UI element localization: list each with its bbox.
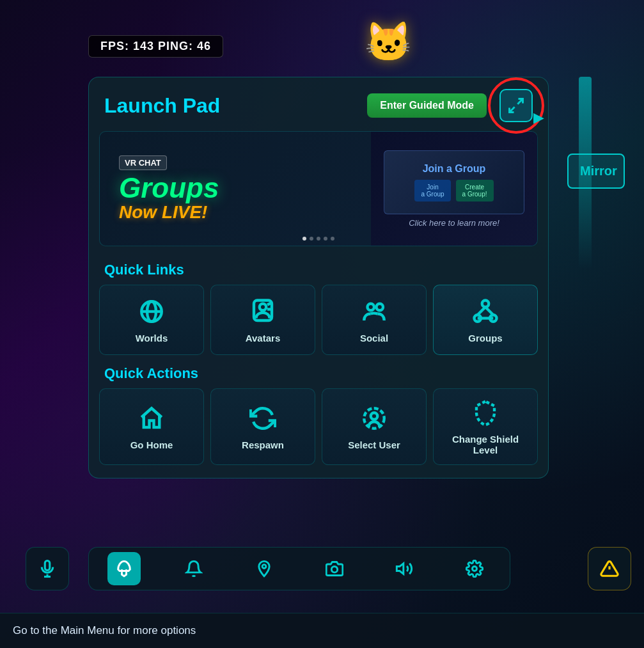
mic-button[interactable] — [26, 547, 69, 590]
dot-2 — [310, 237, 313, 241]
avatars-icon — [249, 298, 276, 325]
svg-point-9 — [368, 303, 375, 310]
avatars-label: Avatars — [246, 333, 280, 344]
volume-icon — [395, 560, 413, 578]
select-user-label: Select User — [348, 439, 400, 450]
groups-button[interactable]: Groups — [433, 285, 538, 355]
banner-preview-image: Join a Group Joina Group Createa Group! — [384, 150, 524, 214]
change-shield-label: Change Shield Level — [440, 434, 531, 455]
respawn-label: Respawn — [242, 439, 284, 450]
quick-links-header: Quick Links — [89, 257, 548, 285]
worlds-button[interactable]: Worlds — [99, 285, 204, 355]
main-panel: Launch Pad Enter Guided Mode VR CHAT Gro… — [88, 77, 549, 478]
vrchat-badge: VR CHAT — [119, 155, 167, 170]
svg-point-6 — [260, 303, 267, 310]
banner-left: VR CHAT Groups Now LIVE! — [100, 143, 371, 235]
expand-btn-container — [499, 89, 533, 122]
svg-point-18 — [371, 413, 378, 420]
banner-groups-text: Groups — [119, 174, 352, 202]
go-home-button[interactable]: Go Home — [99, 388, 204, 465]
guided-mode-button[interactable]: Enter Guided Mode — [367, 93, 487, 118]
camera-taskbar-button[interactable] — [318, 552, 351, 585]
go-home-label: Go Home — [130, 439, 173, 450]
svg-point-27 — [473, 567, 477, 571]
dot-1 — [302, 237, 306, 241]
dot-4 — [324, 237, 327, 241]
mic-icon — [38, 559, 57, 578]
respawn-button[interactable]: Respawn — [210, 388, 315, 465]
status-bar: Go to the Main Menu for more options — [0, 613, 644, 648]
panel-header: Launch Pad Enter Guided Mode — [89, 77, 548, 131]
banner-dots — [302, 237, 334, 241]
expand-button[interactable] — [499, 89, 533, 122]
bell-icon — [185, 560, 203, 578]
social-label: Social — [360, 333, 388, 344]
settings-taskbar-button[interactable] — [458, 552, 491, 585]
volume-taskbar-button[interactable] — [388, 552, 421, 585]
svg-marker-26 — [397, 564, 404, 574]
notifications-taskbar-button[interactable] — [177, 552, 210, 585]
change-shield-level-button[interactable]: Change Shield Level — [433, 388, 538, 465]
launch-pad-taskbar-button[interactable] — [107, 552, 141, 585]
dot-3 — [317, 237, 320, 241]
panel-title: Launch Pad — [104, 94, 354, 118]
location-icon — [255, 560, 273, 578]
warning-button[interactable] — [588, 547, 631, 590]
svg-point-25 — [331, 567, 337, 573]
groups-label: Groups — [468, 333, 502, 344]
rocket-icon — [115, 560, 133, 578]
svg-line-15 — [485, 307, 493, 315]
mascot-icon: 🐱 — [365, 19, 412, 65]
fps-ping-text: FPS: 143 PING: 46 — [100, 40, 211, 52]
quick-actions-grid: Go Home Respawn Select User C — [99, 388, 538, 465]
groups-icon — [472, 298, 499, 325]
dot-5 — [331, 237, 334, 241]
svg-rect-19 — [45, 561, 50, 571]
mirror-label: Mirror — [567, 154, 625, 189]
expand-icon — [507, 97, 525, 115]
respawn-icon — [249, 405, 276, 432]
quick-links-grid: Worlds Avatars Social — [99, 285, 538, 355]
banner[interactable]: VR CHAT Groups Now LIVE! Join a Group Jo… — [99, 131, 538, 246]
banner-live-text: Now LIVE! — [119, 202, 352, 223]
social-button[interactable]: Social — [322, 285, 427, 355]
select-user-button[interactable]: Select User — [322, 388, 427, 465]
svg-line-14 — [478, 307, 485, 315]
svg-point-10 — [377, 303, 384, 310]
svg-point-11 — [482, 300, 489, 307]
warning-icon — [600, 559, 619, 578]
svg-point-24 — [262, 565, 266, 569]
banner-click-text: Click here to learn more! — [409, 218, 499, 228]
camera-icon — [326, 560, 343, 578]
banner-right: Join a Group Joina Group Createa Group! … — [371, 132, 537, 246]
select-user-icon — [361, 405, 388, 432]
status-text: Go to the Main Menu for more options — [13, 624, 196, 637]
quick-actions-header: Quick Actions — [89, 360, 548, 388]
worlds-icon — [138, 298, 165, 325]
worlds-label: Worlds — [136, 333, 168, 344]
social-icon — [361, 298, 388, 325]
go-home-icon — [138, 405, 165, 432]
gear-icon — [466, 560, 483, 578]
location-taskbar-button[interactable] — [247, 552, 281, 585]
fps-bar: FPS: 143 PING: 46 — [88, 35, 223, 58]
avatars-button[interactable]: Avatars — [210, 285, 315, 355]
taskbar — [88, 547, 510, 590]
shield-icon — [472, 399, 499, 426]
